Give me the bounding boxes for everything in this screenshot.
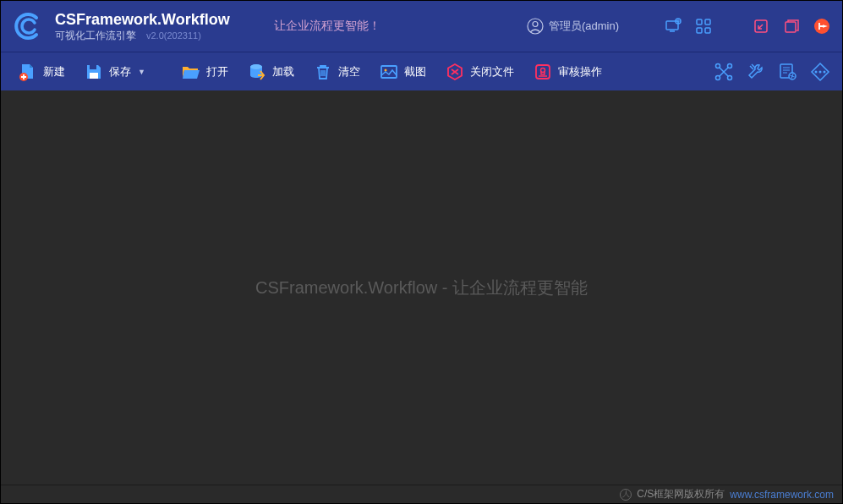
logo-icon — [11, 9, 45, 43]
save-button[interactable]: 保存 ▼ — [77, 58, 152, 85]
user-icon — [527, 18, 544, 35]
svg-rect-7 — [705, 28, 710, 33]
tagline: 让企业流程更智能！ — [274, 19, 380, 34]
svg-rect-4 — [697, 19, 702, 25]
minimize-icon[interactable] — [751, 16, 771, 36]
load-button[interactable]: 加载 — [240, 58, 301, 85]
svg-rect-5 — [705, 19, 710, 25]
audit-label: 审核操作 — [558, 64, 602, 79]
clear-label: 清空 — [338, 64, 360, 79]
folder-open-icon — [181, 62, 201, 82]
person-icon: 人 — [620, 489, 632, 501]
app-title: CSFramework.Workflow — [55, 11, 230, 30]
copyright-text: C/S框架网版权所有 — [637, 487, 725, 501]
open-button[interactable]: 打开 — [174, 58, 235, 85]
footer: 人 C/S框架网版权所有 www.csframework.com — [1, 485, 842, 503]
svg-point-15 — [250, 64, 262, 69]
trash-icon — [313, 62, 333, 82]
svg-point-1 — [533, 22, 538, 27]
svg-rect-12 — [90, 65, 96, 69]
chevron-down-icon: ▼ — [138, 68, 145, 76]
svg-point-22 — [716, 75, 720, 79]
close-file-label: 关闭文件 — [470, 64, 514, 79]
apps-icon[interactable] — [693, 16, 714, 36]
svg-rect-9 — [786, 22, 796, 32]
user-info[interactable]: 管理员(admin) — [527, 18, 619, 35]
close-file-button[interactable]: 关闭文件 — [438, 58, 521, 85]
open-label: 打开 — [206, 64, 228, 79]
svg-point-19 — [540, 68, 545, 72]
new-button[interactable]: 新建 — [11, 58, 72, 85]
toolbar: 新建 保存 ▼ 打开 加载 清空 截图 关闭文件 — [1, 52, 842, 90]
save-label: 保存 — [109, 64, 131, 79]
audit-button[interactable]: 审核操作 — [526, 58, 609, 85]
canvas-area[interactable]: CSFramework.Workflow - 让企业流程更智能 — [1, 90, 842, 485]
svg-point-21 — [728, 63, 732, 68]
app-version: v2.0(202311) — [146, 30, 201, 41]
settings-icon[interactable] — [663, 16, 683, 36]
svg-point-17 — [384, 68, 386, 71]
config-icon[interactable] — [776, 60, 800, 84]
close-icon[interactable] — [812, 16, 832, 36]
title-block: CSFramework.Workflow 可视化工作流引擎 v2.0(20231… — [55, 11, 230, 41]
load-label: 加载 — [272, 64, 294, 79]
svg-point-28 — [824, 70, 826, 73]
footer-link[interactable]: www.csframework.com — [730, 489, 834, 501]
new-file-icon — [18, 62, 38, 82]
new-label: 新建 — [43, 64, 65, 79]
app-subtitle: 可视化工作流引擎 — [55, 30, 136, 41]
app-header: CSFramework.Workflow 可视化工作流引擎 v2.0(20231… — [1, 1, 842, 52]
screenshot-label: 截图 — [404, 64, 426, 79]
watermark-text: CSFramework.Workflow - 让企业流程更智能 — [255, 277, 588, 299]
database-load-icon — [247, 62, 267, 82]
image-icon — [379, 62, 399, 82]
close-file-icon — [445, 62, 465, 82]
svg-rect-13 — [90, 73, 98, 79]
tools-icon[interactable] — [744, 60, 768, 84]
stamp-icon — [533, 62, 553, 82]
flow-icon[interactable] — [808, 60, 832, 84]
svg-point-27 — [819, 70, 822, 73]
nodes-icon[interactable] — [712, 60, 736, 84]
svg-rect-6 — [697, 28, 702, 33]
save-icon — [84, 62, 104, 82]
svg-point-23 — [728, 75, 732, 79]
clear-button[interactable]: 清空 — [306, 58, 367, 85]
screenshot-button[interactable]: 截图 — [372, 58, 433, 85]
svg-point-20 — [716, 63, 720, 68]
maximize-icon[interactable] — [781, 16, 802, 36]
user-label: 管理员(admin) — [549, 19, 619, 34]
svg-point-26 — [815, 70, 818, 73]
